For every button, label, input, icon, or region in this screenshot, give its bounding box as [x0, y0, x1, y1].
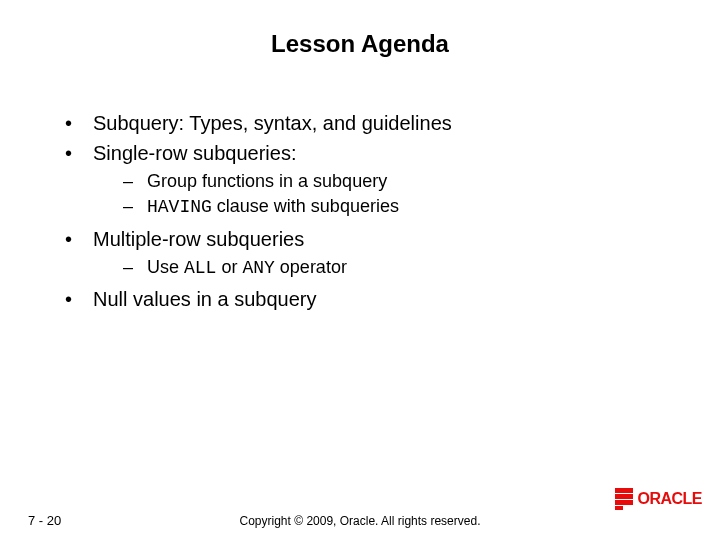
bullet-level1: • Multiple-row subqueries: [65, 226, 670, 252]
bullet-text: Subquery: Types, syntax, and guidelines: [93, 110, 452, 136]
bullet-marker: •: [65, 140, 93, 166]
bullet-level2: – HAVING clause with subqueries: [123, 195, 670, 219]
bullet-level2: – Use ALL or ANY operator: [123, 256, 670, 280]
bullet-text: HAVING clause with subqueries: [147, 195, 399, 219]
bullet-marker: •: [65, 226, 93, 252]
svg-rect-0: [615, 488, 633, 493]
svg-rect-3: [615, 506, 623, 510]
slide: Lesson Agenda • Subquery: Types, syntax,…: [0, 0, 720, 540]
text-segment: or: [216, 257, 242, 277]
bullet-text: Null values in a subquery: [93, 286, 316, 312]
bullet-text: Group functions in a subquery: [147, 170, 387, 193]
bullet-level1: • Single-row subqueries:: [65, 140, 670, 166]
copyright-text: Copyright © 2009, Oracle. All rights res…: [0, 514, 720, 528]
bullet-text: Multiple-row subqueries: [93, 226, 304, 252]
bullet-marker: •: [65, 286, 93, 312]
oracle-logo-text: ORACLE: [637, 490, 702, 508]
bullet-marker: –: [123, 170, 147, 193]
oracle-logo-icon: [615, 488, 633, 510]
code-segment: HAVING: [147, 197, 212, 217]
bullet-text: Use ALL or ANY operator: [147, 256, 347, 280]
bullet-marker: –: [123, 195, 147, 219]
bullet-text: Single-row subqueries:: [93, 140, 296, 166]
slide-content: • Subquery: Types, syntax, and guideline…: [65, 110, 670, 316]
text-segment: operator: [275, 257, 347, 277]
bullet-marker: •: [65, 110, 93, 136]
code-segment: ANY: [242, 258, 274, 278]
text-segment: clause with subqueries: [212, 196, 399, 216]
text-segment: Use: [147, 257, 184, 277]
bullet-level2: – Group functions in a subquery: [123, 170, 670, 193]
svg-rect-2: [615, 500, 633, 505]
bullet-level1: • Null values in a subquery: [65, 286, 670, 312]
code-segment: ALL: [184, 258, 216, 278]
slide-title: Lesson Agenda: [0, 0, 720, 58]
bullet-level1: • Subquery: Types, syntax, and guideline…: [65, 110, 670, 136]
bullet-marker: –: [123, 256, 147, 280]
svg-rect-1: [615, 494, 633, 499]
oracle-logo: ORACLE: [615, 488, 702, 510]
